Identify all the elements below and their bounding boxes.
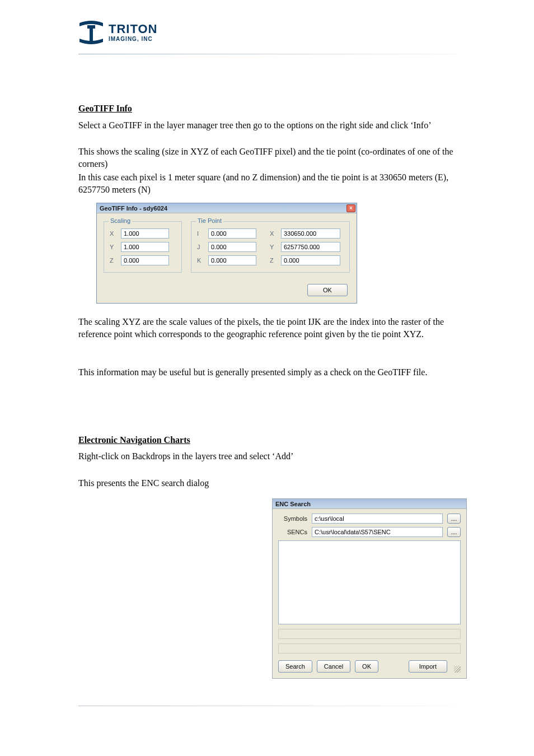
heading-geotiff-info: GeoTIFF Info [78, 102, 132, 115]
para-enc-1: Right-click on Backdrops in the layers t… [78, 450, 459, 463]
geotiff-info-dialog: GeoTIFF Info - sdy6024 × Scaling X Y Z [96, 203, 357, 304]
scaling-row-y: Y [110, 242, 169, 252]
enc-button-row: Search Cancel OK Import [278, 660, 461, 673]
para-geotiff-2: This shows the scaling (size in XYZ of e… [78, 146, 459, 170]
scaling-row-z: Z [110, 255, 169, 265]
tiepoint-legend: Tie Point [196, 217, 223, 224]
para-geotiff-1: Select a GeoTIFF in the layer manager tr… [78, 119, 459, 132]
scaling-y-input[interactable] [121, 242, 169, 252]
enc-title: ENC Search [275, 501, 311, 507]
enc-sencs-input[interactable] [312, 527, 443, 537]
label-j: J [197, 244, 204, 250]
label-x: X [110, 230, 116, 237]
label-i: I [197, 230, 204, 237]
para-geotiff-4: The scaling XYZ are the scale values of … [78, 316, 459, 340]
brand-logo: TRITON IMAGING, INC [78, 17, 174, 48]
enc-search-button[interactable]: Search [278, 660, 312, 673]
enc-status-field-1 [278, 629, 461, 639]
enc-titlebar: ENC Search [273, 499, 466, 509]
enc-symbols-input[interactable] [312, 514, 443, 524]
logo-line2: IMAGING, INC [109, 36, 157, 42]
footer-divider [78, 706, 457, 706]
label-x2: X [270, 230, 277, 237]
geotiff-ok-button[interactable]: OK [307, 284, 348, 296]
enc-import-button[interactable]: Import [409, 660, 447, 673]
tiepoint-y-input[interactable] [281, 242, 340, 252]
tiepoint-i-input[interactable] [208, 228, 256, 239]
logo-mark [78, 20, 104, 45]
enc-sencs-browse-button[interactable]: .... [447, 527, 461, 537]
tiepoint-k-input[interactable] [208, 255, 256, 265]
label-z: Z [110, 257, 116, 264]
label-k: K [197, 257, 204, 264]
tiepoint-row-x: X [270, 228, 340, 239]
header-divider [78, 54, 457, 54]
scaling-group: Scaling X Y Z [104, 221, 182, 273]
tiepoint-row-i: I [197, 228, 256, 239]
enc-sencs-label: SENCs [278, 529, 307, 535]
para-geotiff-3: In this case each pixel is 1 meter squar… [78, 171, 459, 195]
label-y: Y [110, 244, 116, 250]
logo-line1: TRITON [109, 23, 157, 35]
geotiff-titlebar: GeoTIFF Info - sdy6024 × [97, 203, 357, 213]
enc-symbols-browse-button[interactable]: .... [447, 514, 461, 524]
para-geotiff-5: This information may be useful but is ge… [78, 366, 459, 379]
scaling-row-x: X [110, 228, 169, 239]
enc-status-field-2 [278, 643, 461, 654]
para-enc-2: This presents the ENC search dialog [78, 477, 459, 489]
tiepoint-row-j: J [197, 242, 256, 252]
geotiff-title: GeoTIFF Info - sdy6024 [98, 205, 167, 212]
enc-cancel-button[interactable]: Cancel [317, 660, 350, 673]
enc-search-dialog: ENC Search Symbols .... SENCs .... Searc… [272, 498, 467, 679]
enc-ok-button[interactable]: OK [355, 660, 378, 673]
tiepoint-row-k: K [197, 255, 256, 265]
tiepoint-group: Tie Point I J K X [191, 221, 350, 273]
tiepoint-row-z: Z [270, 255, 340, 265]
enc-sencs-row: SENCs .... [278, 527, 461, 537]
label-z2: Z [270, 257, 277, 264]
heading-enc: Electronic Navigation Charts [78, 434, 190, 446]
enc-results-list[interactable] [278, 540, 461, 624]
scaling-x-input[interactable] [121, 228, 169, 239]
enc-symbols-label: Symbols [278, 515, 307, 522]
logo-text: TRITON IMAGING, INC [109, 23, 157, 42]
tiepoint-z-input[interactable] [281, 255, 340, 265]
tiepoint-j-input[interactable] [208, 242, 256, 252]
tiepoint-row-y: Y [270, 242, 340, 252]
scaling-z-input[interactable] [121, 255, 169, 265]
tiepoint-x-input[interactable] [281, 228, 340, 239]
scaling-legend: Scaling [109, 217, 132, 224]
close-icon[interactable]: × [346, 204, 355, 212]
resize-grip-icon[interactable] [454, 666, 461, 673]
label-y2: Y [270, 244, 277, 250]
enc-symbols-row: Symbols .... [278, 514, 461, 524]
